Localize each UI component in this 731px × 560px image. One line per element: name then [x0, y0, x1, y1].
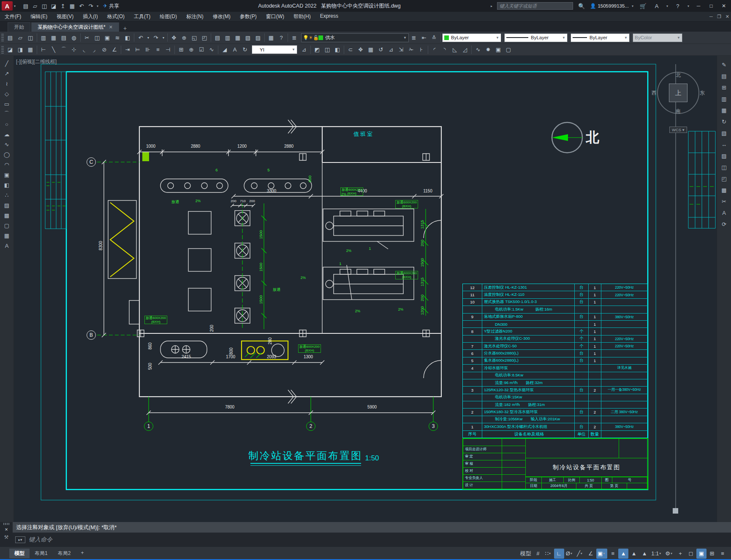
arc-icon[interactable]: ⌒ — [1, 109, 12, 119]
zoom-realtime-icon[interactable]: ⊕ — [179, 33, 189, 42]
menu-窗口W[interactable]: 窗口(W) — [261, 13, 289, 20]
baseline-dim-icon[interactable]: ⊨ — [133, 45, 143, 54]
snap-mode-toggle[interactable]: ∷▾ — [543, 549, 554, 559]
copy-icon[interactable]: ◫ — [92, 33, 102, 42]
menu-工具T[interactable]: 工具(T) — [129, 13, 155, 20]
arc-length-dim-icon[interactable]: ⌒ — [59, 45, 69, 54]
share-button[interactable]: ✈共享 — [103, 3, 119, 10]
annotation-visibility-toggle[interactable]: ▲ — [618, 549, 628, 559]
move-icon[interactable]: ✥ — [356, 45, 366, 54]
menu-标注N[interactable]: 标注(N) — [182, 13, 208, 20]
annotation-scale-value[interactable]: 1:1▾ — [650, 549, 663, 559]
cut-icon[interactable]: ✂ — [82, 33, 92, 42]
ungroup-icon[interactable]: ▢ — [503, 45, 514, 54]
app-logo-icon[interactable]: A — [2, 1, 13, 11]
linetype-dropdown[interactable]: ByLayer▼ — [504, 33, 568, 42]
workspace-switching-gear[interactable]: ⚙▾ — [664, 549, 675, 559]
maximize-button[interactable]: □ — [707, 3, 716, 9]
rotate-icon[interactable]: ↺ — [376, 45, 386, 54]
side-tool-edit-icon[interactable]: ✎ — [719, 59, 729, 70]
table-style-icon[interactable]: ▦ — [25, 45, 35, 54]
menu-修改M[interactable]: 修改(M) — [208, 13, 235, 20]
publish-icon[interactable]: ◍ — [69, 33, 79, 42]
side-tool-list-icon[interactable]: ▤ — [719, 70, 729, 82]
save-icon[interactable]: ◫ — [40, 1, 49, 11]
tool-palettes-icon[interactable]: ▦ — [233, 33, 243, 42]
help-icon[interactable]: ? — [673, 1, 683, 11]
offset-icon[interactable]: ⊂ — [345, 45, 356, 54]
undo-dd[interactable]: ▾ — [146, 33, 151, 42]
doc-minimize-button[interactable]: ─ — [709, 14, 713, 19]
plot-icon[interactable]: ▤ — [59, 33, 69, 42]
dim-jogline-icon[interactable]: ∿ — [207, 45, 217, 54]
center-mark-icon[interactable]: ⊕ — [186, 45, 196, 54]
app-menu-chevron-icon[interactable]: ▾ — [14, 4, 16, 8]
copy-icon[interactable]: ◫ — [322, 45, 332, 54]
array-icon[interactable]: ▦ — [366, 45, 376, 54]
markup-icon[interactable]: ▨ — [253, 33, 263, 42]
lineweight-dropdown[interactable]: ByLayer▼ — [571, 33, 630, 42]
ortho-mode-toggle[interactable]: ∟ — [554, 549, 564, 559]
autodesk-app-icon[interactable]: A — [652, 1, 662, 11]
save-icon[interactable]: ◫ — [25, 33, 35, 42]
viewcube-top-face[interactable]: 上 — [669, 84, 688, 102]
menu-文件F[interactable]: 文件(F) — [0, 13, 26, 20]
annotation-scale-icon[interactable]: ▲ — [639, 549, 649, 559]
new-tab-button[interactable]: + — [120, 25, 130, 32]
viewport-controls-label[interactable]: [-][俯视][二维线框] — [16, 58, 57, 65]
layout-tab-模型[interactable]: 模型 — [9, 549, 30, 558]
extend-icon[interactable]: ⊦ — [416, 45, 427, 54]
layer-dropdown[interactable]: 💡 ☀ 🔓 供水 ▼ — [301, 33, 409, 42]
side-tool-shade-icon[interactable]: ▨ — [719, 150, 729, 162]
blend-icon[interactable]: ∿ — [473, 45, 483, 54]
linear-dim-icon[interactable]: ⊢ — [38, 45, 49, 54]
stretch-icon[interactable]: ⇲ — [396, 45, 406, 54]
quickcalc-icon[interactable]: ▦ — [266, 33, 276, 42]
new-icon[interactable]: ▤ — [5, 33, 15, 42]
side-tool-panel-icon[interactable]: ▥ — [719, 93, 729, 105]
search-icon[interactable]: 🔍 — [576, 1, 587, 11]
properties-palette-icon[interactable]: ▤ — [212, 33, 223, 42]
tab-start[interactable]: 开始 — [8, 22, 30, 32]
dynamic-input-toggle[interactable]: ∠ — [586, 549, 596, 559]
open-file-icon[interactable]: ▱ — [30, 1, 40, 11]
menu-帮助H[interactable]: 帮助(H) — [289, 13, 315, 20]
gradient-icon[interactable]: ▩ — [1, 210, 12, 220]
rectangle-icon[interactable]: ▭ — [1, 99, 12, 109]
viewcube-south-label[interactable]: 南 — [676, 108, 681, 115]
clean-screen-toggle[interactable]: ⊞ — [707, 549, 717, 559]
group-icon[interactable]: ▣ — [493, 45, 503, 54]
revision-cloud-icon[interactable]: ☁ — [1, 129, 12, 139]
polar-tracking-toggle[interactable]: Ø▾ — [565, 549, 575, 559]
spline-icon[interactable]: ∿ — [1, 139, 12, 149]
command-grip-icon[interactable] — [3, 523, 9, 525]
signed-in-user[interactable]: 👤1505999135...▾ — [590, 3, 635, 9]
dim-edit-icon[interactable]: ◢ — [220, 45, 230, 54]
side-tool-move-icon[interactable]: ↔ — [719, 139, 729, 150]
redo-icon[interactable]: ↷ — [86, 1, 95, 11]
doc-close-button[interactable]: ✕ — [726, 14, 729, 19]
sheet-set-manager-icon[interactable]: ▧ — [243, 33, 253, 42]
mirror-icon[interactable]: ◧ — [332, 45, 342, 54]
isolate-objects-toggle[interactable]: ◻ — [686, 549, 696, 559]
side-tool-text-icon[interactable]: A — [719, 207, 729, 219]
open-icon[interactable]: ▱ — [15, 33, 25, 42]
radius-dim-icon[interactable]: ◟ — [79, 45, 89, 54]
dim-update-icon[interactable]: ↻ — [240, 45, 250, 54]
close-button[interactable]: ✕ — [719, 3, 728, 9]
customization-menu[interactable]: ≡ — [717, 549, 728, 559]
ellipse-icon[interactable]: ◯ — [1, 149, 12, 160]
fillet-icon[interactable]: ◿ — [460, 45, 470, 54]
doc-restore-button[interactable]: ❐ — [717, 14, 721, 19]
erase-icon[interactable]: ◩ — [312, 45, 322, 54]
ellipse-arc-icon[interactable]: ◠ — [1, 160, 12, 170]
break-icon[interactable]: ◜ — [429, 45, 440, 54]
command-close-icon[interactable]: × — [5, 526, 8, 533]
model-space-button[interactable]: 模型 — [519, 549, 533, 559]
text-icon[interactable]: A — [1, 241, 12, 251]
command-prompt-icon[interactable]: ▸▾ — [15, 536, 25, 543]
side-tool-grid-icon[interactable]: ⊞ — [719, 82, 729, 93]
dim-apply-icon[interactable]: ⊿ — [299, 45, 309, 54]
side-tool-fill-icon[interactable]: ▩ — [719, 184, 729, 196]
lineweight-display-toggle[interactable]: ≡ — [608, 549, 618, 559]
